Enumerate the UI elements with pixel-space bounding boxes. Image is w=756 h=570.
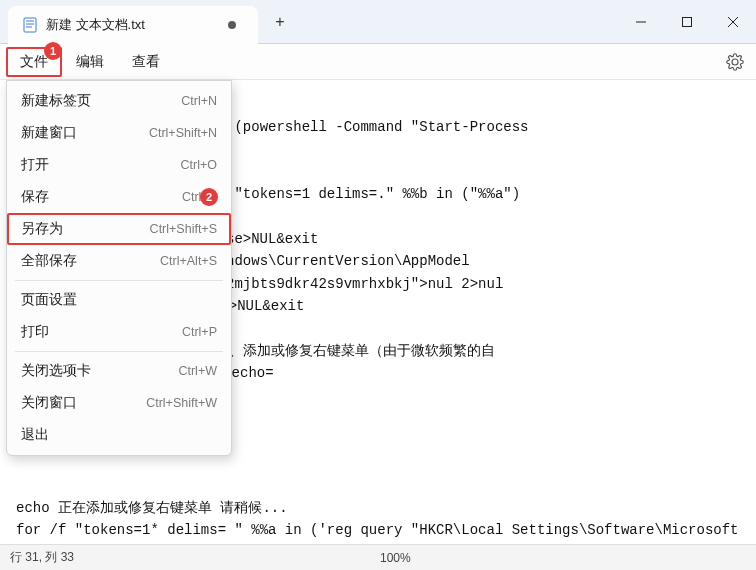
menu-item-shortcut: Ctrl+P bbox=[182, 325, 217, 339]
annotation-badge-2: 2 bbox=[200, 188, 218, 206]
menu-edit[interactable]: 编辑 bbox=[62, 47, 118, 77]
new-tab-button[interactable]: + bbox=[264, 6, 296, 38]
menu-save[interactable]: 保存 Ctrl+S bbox=[7, 181, 231, 213]
menu-item-label: 页面设置 bbox=[21, 291, 217, 309]
svg-rect-0 bbox=[24, 18, 36, 32]
menu-open[interactable]: 打开 Ctrl+O bbox=[7, 149, 231, 181]
menu-save-as[interactable]: 另存为 Ctrl+Shift+S bbox=[7, 213, 231, 245]
menu-item-label: 新建窗口 bbox=[21, 124, 149, 142]
menu-item-shortcut: Ctrl+N bbox=[181, 94, 217, 108]
menu-item-label: 另存为 bbox=[21, 220, 150, 238]
maximize-button[interactable] bbox=[664, 0, 710, 44]
document-tab[interactable]: 新建 文本文档.txt bbox=[8, 6, 258, 44]
minimize-button[interactable] bbox=[618, 0, 664, 44]
tab-title: 新建 文本文档.txt bbox=[46, 16, 212, 34]
menu-print[interactable]: 打印 Ctrl+P bbox=[7, 316, 231, 348]
annotation-badge-1: 1 bbox=[44, 42, 62, 60]
menu-item-label: 保存 bbox=[21, 188, 182, 206]
menu-save-all[interactable]: 全部保存 Ctrl+Alt+S bbox=[7, 245, 231, 277]
unsaved-indicator-icon bbox=[228, 21, 236, 29]
menu-item-label: 退出 bbox=[21, 426, 217, 444]
zoom-level: 100% bbox=[380, 551, 411, 565]
menu-close-window[interactable]: 关闭窗口 Ctrl+Shift+W bbox=[7, 387, 231, 419]
menu-item-label: 全部保存 bbox=[21, 252, 160, 270]
settings-button[interactable] bbox=[720, 47, 750, 77]
cursor-position: 行 31, 列 33 bbox=[10, 549, 380, 566]
menu-item-label: 关闭选项卡 bbox=[21, 362, 178, 380]
menu-item-shortcut: Ctrl+Alt+S bbox=[160, 254, 217, 268]
menu-item-label: 关闭窗口 bbox=[21, 394, 146, 412]
menu-item-label: 新建标签页 bbox=[21, 92, 181, 110]
menu-page-setup[interactable]: 页面设置 bbox=[7, 284, 231, 316]
menubar: 文件 编辑 查看 bbox=[0, 44, 756, 80]
menu-item-shortcut: Ctrl+Shift+W bbox=[146, 396, 217, 410]
menu-view[interactable]: 查看 bbox=[118, 47, 174, 77]
menu-item-shortcut: Ctrl+Shift+S bbox=[150, 222, 217, 236]
menu-item-shortcut: Ctrl+O bbox=[181, 158, 217, 172]
menu-close-tab[interactable]: 关闭选项卡 Ctrl+W bbox=[7, 355, 231, 387]
gear-icon bbox=[726, 53, 744, 71]
menu-exit[interactable]: 退出 bbox=[7, 419, 231, 451]
menu-new-window[interactable]: 新建窗口 Ctrl+Shift+N bbox=[7, 117, 231, 149]
menu-item-label: 打印 bbox=[21, 323, 182, 341]
menu-separator bbox=[15, 351, 223, 352]
svg-rect-5 bbox=[683, 17, 692, 26]
menu-item-shortcut: Ctrl+Shift+N bbox=[149, 126, 217, 140]
menu-separator bbox=[15, 280, 223, 281]
notepad-icon bbox=[22, 17, 38, 33]
menu-new-tab[interactable]: 新建标签页 Ctrl+N bbox=[7, 85, 231, 117]
close-button[interactable] bbox=[710, 0, 756, 44]
menu-item-shortcut: Ctrl+W bbox=[178, 364, 217, 378]
titlebar: 新建 文本文档.txt + bbox=[0, 0, 756, 44]
file-menu-dropdown: 新建标签页 Ctrl+N 新建窗口 Ctrl+Shift+N 打开 Ctrl+O… bbox=[6, 80, 232, 456]
content-area: "HKU\S-1-5-19">NUL 2>&1)||(powershell -C… bbox=[0, 80, 756, 544]
statusbar: 行 31, 列 33 100% bbox=[0, 544, 756, 570]
window-controls bbox=[618, 0, 756, 44]
menu-item-label: 打开 bbox=[21, 156, 181, 174]
